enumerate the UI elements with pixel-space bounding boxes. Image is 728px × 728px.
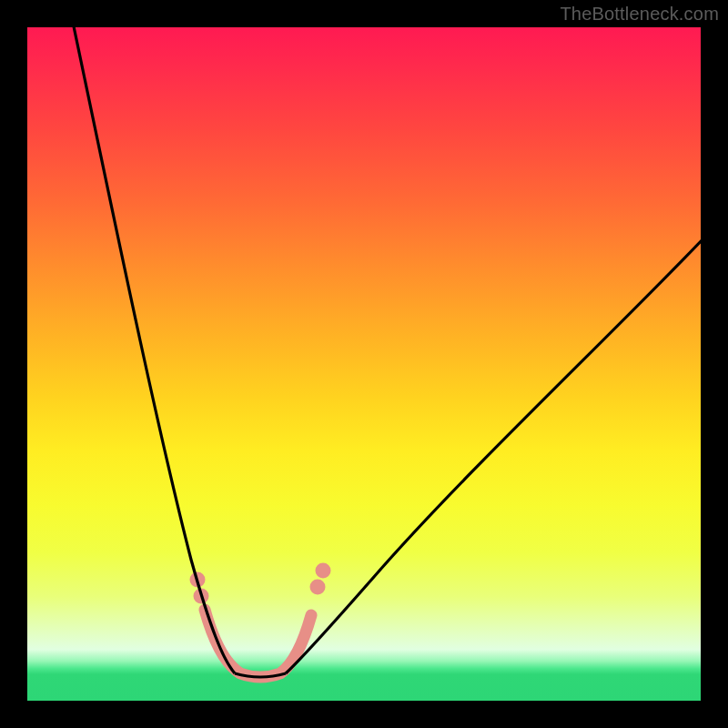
watermark-text: TheBottleneck.com (560, 4, 719, 25)
chart-frame: TheBottleneck.com (0, 0, 728, 728)
salmon-dot (316, 563, 331, 579)
left-curve (70, 27, 235, 673)
plot-area (27, 27, 701, 701)
curve-overlay (27, 27, 701, 701)
salmon-band (205, 610, 311, 677)
salmon-dot (310, 580, 326, 595)
right-curve (286, 237, 701, 673)
salmon-dots (190, 563, 331, 604)
